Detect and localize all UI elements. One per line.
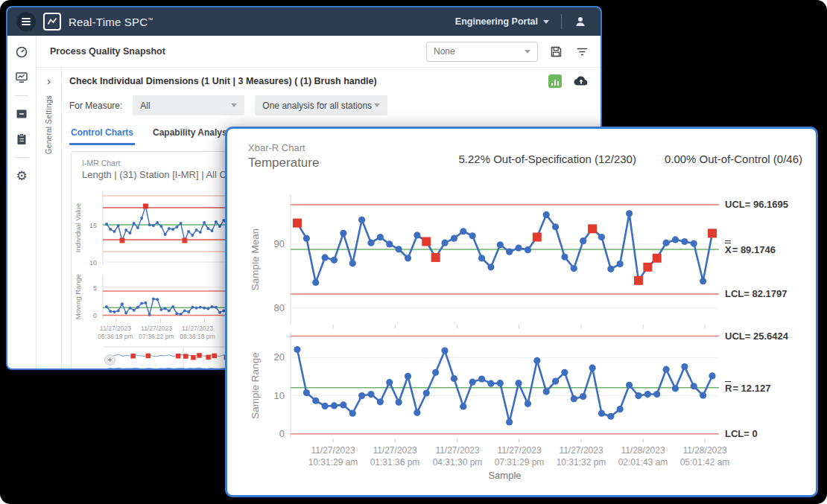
data-point[interactable] — [487, 380, 494, 387]
tab-capability-analysis[interactable]: Capability Analysis — [151, 124, 236, 145]
data-point[interactable] — [414, 409, 420, 416]
out-of-spec-marker[interactable] — [143, 204, 148, 209]
data-point[interactable] — [451, 375, 457, 382]
data-point[interactable] — [515, 244, 522, 251]
report-select[interactable]: None — [426, 42, 538, 62]
data-point[interactable] — [607, 266, 614, 272]
data-point[interactable] — [133, 222, 136, 225]
data-point[interactable] — [691, 383, 697, 389]
out-of-spec-marker[interactable] — [293, 219, 302, 228]
data-point[interactable] — [367, 391, 374, 398]
out-of-spec-marker[interactable] — [182, 238, 187, 243]
data-point[interactable] — [117, 224, 120, 227]
portal-selector[interactable]: Engineering Portal — [451, 16, 554, 28]
data-point[interactable] — [672, 236, 679, 243]
data-point[interactable] — [175, 312, 178, 315]
data-point[interactable] — [168, 309, 171, 312]
data-point[interactable] — [377, 234, 384, 240]
data-point[interactable] — [148, 313, 151, 316]
measure-select[interactable]: All — [133, 95, 244, 115]
data-point[interactable] — [386, 240, 393, 247]
data-point[interactable] — [626, 210, 633, 217]
data-point[interactable] — [175, 226, 178, 229]
data-point[interactable] — [113, 230, 115, 233]
data-point[interactable] — [312, 279, 319, 286]
data-point[interactable] — [340, 230, 346, 237]
data-point[interactable] — [159, 308, 162, 311]
data-point[interactable] — [152, 298, 155, 301]
data-point[interactable] — [199, 231, 202, 234]
data-point[interactable] — [203, 307, 206, 310]
data-point[interactable] — [303, 235, 310, 242]
data-point[interactable] — [358, 217, 365, 223]
data-point[interactable] — [672, 385, 679, 392]
user-button[interactable] — [569, 14, 592, 29]
data-point[interactable] — [349, 260, 356, 267]
data-point[interactable] — [552, 223, 559, 230]
data-point[interactable] — [199, 306, 202, 309]
data-point[interactable] — [497, 380, 504, 386]
data-point[interactable] — [322, 254, 329, 261]
data-point[interactable] — [681, 238, 688, 245]
data-point[interactable] — [349, 410, 356, 417]
filter-button[interactable] — [574, 44, 590, 60]
data-point[interactable] — [133, 309, 136, 312]
data-point[interactable] — [124, 229, 127, 232]
data-point[interactable] — [598, 410, 605, 417]
data-point[interactable] — [414, 232, 420, 238]
data-point[interactable] — [109, 310, 112, 313]
data-point[interactable] — [303, 389, 310, 396]
data-point[interactable] — [164, 233, 167, 236]
data-point[interactable] — [117, 309, 120, 312]
chart-view-button[interactable] — [548, 74, 562, 88]
data-point[interactable] — [635, 392, 641, 399]
data-point[interactable] — [469, 232, 476, 239]
data-point[interactable] — [700, 392, 706, 398]
out-of-spec-marker[interactable] — [422, 237, 431, 246]
data-point[interactable] — [478, 255, 485, 261]
data-point[interactable] — [152, 224, 155, 227]
data-point[interactable] — [506, 249, 513, 255]
data-point[interactable] — [191, 306, 194, 309]
data-point[interactable] — [211, 305, 214, 308]
data-point[interactable] — [156, 298, 159, 301]
data-point[interactable] — [148, 223, 151, 226]
data-point[interactable] — [533, 357, 540, 364]
sidebar-item-settings[interactable]: ⚙ — [13, 168, 30, 183]
data-point[interactable] — [405, 255, 411, 261]
data-point[interactable] — [367, 240, 374, 246]
data-point[interactable] — [340, 401, 346, 408]
data-point[interactable] — [218, 311, 221, 314]
data-point[interactable] — [180, 222, 183, 225]
data-point[interactable] — [203, 221, 206, 224]
data-point[interactable] — [159, 225, 162, 228]
data-point[interactable] — [215, 220, 218, 223]
data-point[interactable] — [164, 307, 167, 310]
data-point[interactable] — [396, 246, 402, 252]
export-button[interactable] — [572, 74, 590, 88]
data-point[interactable] — [478, 375, 485, 382]
navigator-zoom-button[interactable]: + — [104, 354, 115, 366]
data-point[interactable] — [525, 246, 531, 253]
menu-button[interactable] — [16, 12, 36, 31]
data-point[interactable] — [218, 225, 221, 228]
data-point[interactable] — [206, 227, 209, 230]
data-point[interactable] — [644, 391, 651, 398]
out-of-spec-marker[interactable] — [643, 263, 652, 272]
out-of-spec-marker[interactable] — [533, 232, 542, 241]
data-point[interactable] — [124, 311, 127, 314]
sidebar-item-archive[interactable] — [13, 106, 30, 121]
sidebar-item-reports[interactable] — [13, 132, 30, 147]
data-point[interactable] — [543, 211, 550, 218]
data-point[interactable] — [180, 313, 183, 316]
data-point[interactable] — [156, 221, 159, 224]
data-point[interactable] — [663, 240, 670, 246]
data-point[interactable] — [105, 223, 108, 226]
data-point[interactable] — [136, 306, 139, 309]
data-point[interactable] — [105, 305, 108, 308]
data-point[interactable] — [617, 406, 624, 412]
data-point[interactable] — [140, 302, 143, 305]
data-point[interactable] — [168, 227, 171, 230]
data-point[interactable] — [136, 226, 139, 229]
data-point[interactable] — [386, 379, 393, 386]
